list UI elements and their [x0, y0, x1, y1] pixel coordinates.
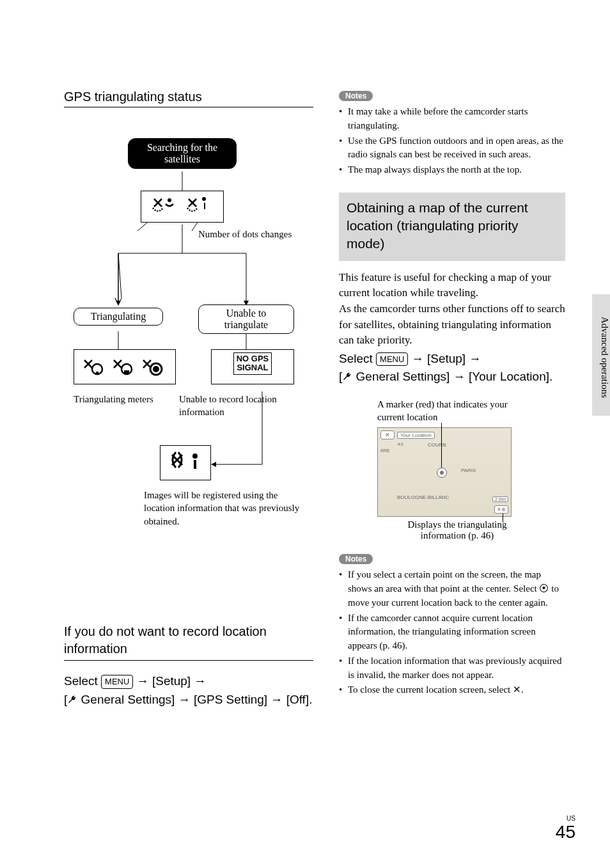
body-para-1: This feature is useful for checking a ma… — [339, 270, 565, 301]
notes-badge: Notes — [339, 554, 373, 564]
svg-rect-38 — [194, 460, 196, 469]
unable-triangulate-box: Unable to triangulate — [198, 304, 294, 334]
map-close-button[interactable]: ✕ — [380, 430, 395, 439]
list-item: Use the GPS function outdoors and in ope… — [339, 134, 565, 162]
svg-point-21 — [202, 197, 206, 201]
notes-list-2: If you select a certain point on the scr… — [339, 568, 565, 697]
svg-point-18 — [168, 198, 171, 202]
map-place-2: PARIS — [461, 468, 476, 473]
no-gps-row: NO GPS SIGNAL — [211, 349, 294, 384]
previous-loc-icon-row — [160, 445, 211, 480]
triangulating-meters-row — [74, 349, 176, 384]
no-record-procedure: Select MENU → [Setup] → [ General Settin… — [64, 672, 313, 709]
no-gps-signal-label: NO GPS SIGNAL — [233, 352, 272, 375]
satellite-meter-icons — [81, 354, 170, 379]
list-item: If the camcorder cannot acquire current … — [339, 612, 565, 653]
map-bottom-annotation: Displays the triangulating information (… — [390, 519, 524, 541]
no-record-title: If you do not want to record location in… — [64, 623, 313, 661]
map-procedure: Select MENU → [Setup] → [ General Settin… — [339, 350, 565, 386]
side-tab: Advanced operations — [592, 294, 610, 416]
triangulating-box: Triangulating — [74, 308, 163, 326]
unable-record-caption: Unable to record location information — [179, 393, 301, 419]
map-figure: ✕ Your Location ✕ıl RRE COURB PARIS BOUL… — [377, 427, 512, 517]
map-place-1: COURB — [428, 442, 446, 448]
svg-point-37 — [192, 454, 198, 459]
map-scale: 2.0mi — [492, 496, 508, 502]
gps-status-title: GPS triangulating status — [64, 90, 313, 107]
list-item: The map always displays the north at the… — [339, 163, 565, 177]
body-para-2: As the camcorder turns other functions o… — [339, 301, 565, 349]
obtaining-map-heading: Obtaining a map of the current location … — [339, 193, 565, 261]
current-location-marker — [437, 468, 447, 478]
tri-meters-caption: Triangulating meters — [74, 393, 176, 406]
map-gps-status-icon: ✕⊕ — [494, 505, 508, 514]
svg-marker-6 — [116, 301, 121, 306]
svg-rect-30 — [124, 370, 129, 374]
map-tab-label: Your Location — [397, 432, 435, 439]
svg-rect-26 — [96, 372, 98, 374]
page-number: US 45 — [556, 815, 575, 842]
list-item: To close the current location screen, se… — [339, 683, 565, 697]
map-place-3: BOULOGNE-BILLANC — [397, 494, 449, 500]
satellite-prev-icon — [167, 450, 205, 475]
wrench-icon — [342, 372, 352, 382]
wrench-icon — [67, 695, 77, 705]
searching-icons-row — [141, 191, 224, 223]
svg-point-34 — [153, 366, 159, 372]
list-item: It may take a while before the camcorder… — [339, 105, 565, 133]
svg-marker-13 — [211, 462, 216, 467]
map-top-annotation: A marker (red) that indicates your curre… — [377, 398, 531, 424]
menu-button-label: MENU — [101, 675, 133, 689]
num-dots-caption: Number of dots changes — [198, 228, 301, 241]
prev-loc-caption: Images will be registered using the loca… — [144, 489, 304, 528]
list-item: If the location information that was pre… — [339, 654, 565, 683]
gps-flowchart: Searching for the satellites — [64, 119, 313, 618]
list-item: If you select a certain point on the scr… — [339, 568, 565, 610]
satellite-search-icon — [150, 195, 214, 217]
svg-rect-22 — [204, 203, 205, 209]
map-gps-mini-icon: ✕ıl — [397, 442, 403, 447]
notes-badge: Notes — [339, 91, 373, 101]
menu-button-label: MENU — [376, 352, 408, 367]
notes-list-1: It may take a while before the camcorder… — [339, 105, 565, 177]
